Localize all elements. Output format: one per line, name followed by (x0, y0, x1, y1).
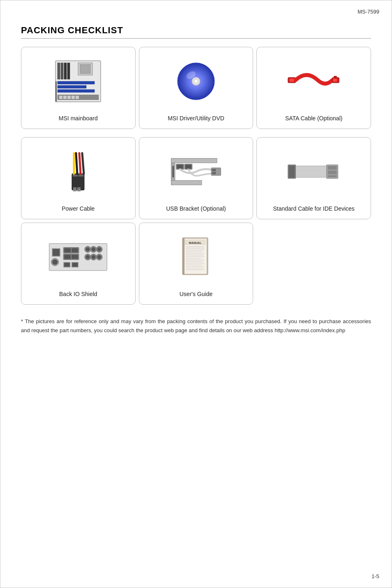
svg-point-78 (86, 255, 90, 259)
svg-rect-58 (327, 170, 337, 174)
svg-line-30 (76, 153, 77, 174)
svg-rect-4 (61, 63, 63, 79)
svg-rect-25 (334, 76, 337, 78)
svg-point-64 (53, 260, 58, 265)
svg-rect-9 (58, 90, 95, 92)
usb-bracket-label: USB Bracket (Optional) (166, 205, 226, 213)
item-dvd: MSI Driver/Utility DVD (139, 47, 254, 129)
svg-rect-13 (67, 96, 71, 99)
dvd-icon (175, 61, 217, 102)
users-guide-icon-container: MANUAL (143, 228, 249, 286)
items-row-2: Power Cable (21, 137, 371, 219)
svg-rect-7 (58, 81, 95, 84)
back-io-label: Back IO Shield (59, 290, 97, 299)
users-guide-icon: MANUAL (178, 234, 214, 280)
page-number: 1-5 (371, 573, 379, 579)
svg-rect-33 (73, 189, 76, 191)
svg-rect-34 (77, 189, 81, 191)
svg-rect-57 (327, 166, 337, 170)
svg-rect-55 (288, 165, 295, 178)
dvd-label: MSI Driver/Utility DVD (168, 115, 224, 123)
svg-rect-27 (73, 175, 78, 177)
footnote: * The pictures are for reference only an… (21, 317, 371, 335)
mainboard-icon-container (25, 52, 131, 110)
svg-point-74 (92, 248, 95, 251)
svg-rect-36 (77, 187, 81, 189)
svg-rect-39 (171, 181, 202, 185)
svg-point-82 (97, 255, 101, 259)
svg-rect-62 (53, 249, 60, 256)
item-ide-cable: Standard Cable for IDE Devices (256, 137, 371, 219)
svg-rect-22 (289, 79, 294, 82)
users-guide-label: User's Guide (180, 290, 212, 299)
model-number: MS-7599 (357, 9, 379, 15)
ide-cable-label: Standard Cable for IDE Devices (273, 205, 354, 213)
svg-point-72 (86, 248, 90, 251)
svg-point-19 (194, 80, 198, 83)
svg-rect-42 (177, 165, 183, 168)
svg-rect-106 (182, 238, 184, 275)
svg-rect-69 (65, 255, 71, 259)
power-cable-icon (62, 149, 95, 194)
svg-rect-16 (55, 81, 57, 102)
svg-rect-24 (333, 79, 337, 82)
item-power-cable: Power Cable (21, 137, 136, 219)
svg-rect-8 (58, 85, 86, 88)
svg-point-80 (92, 255, 95, 259)
item-back-io: Back IO Shield (21, 223, 136, 305)
svg-line-32 (82, 153, 84, 174)
svg-rect-14 (71, 96, 75, 99)
svg-rect-35 (73, 187, 76, 189)
svg-rect-38 (171, 158, 217, 163)
svg-rect-15 (76, 96, 79, 99)
items-row-1: MSI mainboard (21, 47, 371, 129)
dvd-icon-container (143, 52, 249, 110)
ide-cable-icon-container (261, 142, 367, 201)
svg-rect-59 (327, 175, 337, 178)
svg-rect-12 (63, 96, 67, 99)
sata-icon-container (261, 52, 367, 110)
ide-cable-icon (287, 155, 341, 188)
svg-rect-11 (59, 96, 62, 99)
section-title: Packing Checklist (21, 25, 371, 36)
usb-bracket-icon-container (143, 142, 249, 201)
svg-rect-2 (80, 64, 90, 74)
motherboard-icon (53, 59, 103, 104)
svg-rect-5 (64, 63, 67, 79)
svg-point-76 (97, 248, 101, 251)
item-users-guide: MANUAL (139, 223, 254, 305)
item-sata: SATA Cable (Optional) (256, 47, 371, 129)
svg-line-31 (79, 153, 81, 174)
page: MS-7599 Packing Checklist (0, 0, 392, 588)
item-mainboard: MSI mainboard (21, 47, 136, 129)
power-cable-icon-container (25, 142, 131, 201)
sata-cable-icon (287, 65, 341, 98)
empty-cell (256, 223, 371, 305)
svg-rect-84 (65, 263, 70, 266)
svg-rect-28 (78, 175, 83, 177)
back-io-icon-container (25, 228, 131, 286)
title-divider (21, 38, 371, 39)
sata-label: SATA Cable (Optional) (285, 115, 343, 123)
mainboard-label: MSI mainboard (59, 115, 98, 123)
svg-text:MANUAL: MANUAL (189, 241, 202, 244)
svg-rect-86 (72, 263, 78, 266)
svg-rect-40 (172, 166, 174, 177)
item-usb-bracket: USB Bracket (Optional) (139, 137, 254, 219)
svg-rect-3 (58, 63, 60, 79)
svg-rect-6 (67, 63, 70, 79)
svg-rect-66 (65, 248, 71, 253)
svg-rect-70 (71, 255, 78, 259)
items-row-3: Back IO Shield MANUAL (21, 223, 371, 305)
svg-rect-44 (185, 165, 191, 168)
usb-bracket-icon (169, 153, 223, 190)
back-io-shield-icon (47, 239, 109, 276)
svg-rect-67 (71, 248, 78, 253)
svg-rect-47 (212, 172, 216, 175)
power-cable-label: Power Cable (62, 205, 95, 213)
svg-rect-46 (212, 169, 216, 172)
